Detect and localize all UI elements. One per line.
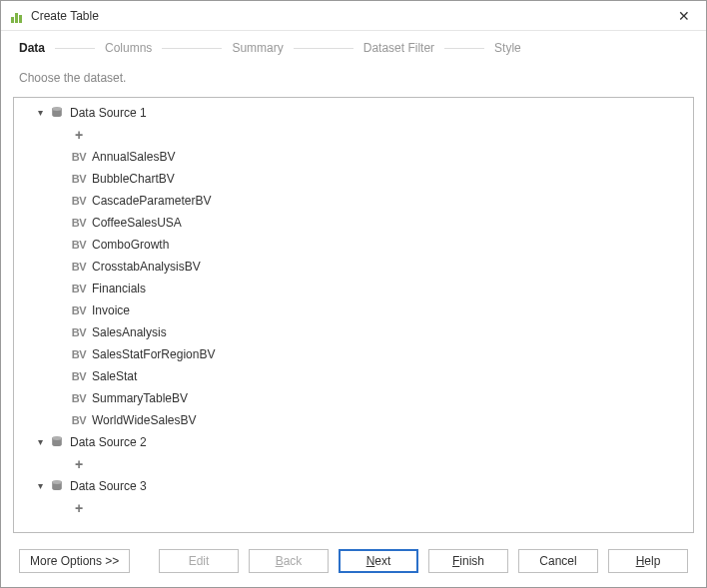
datasource-node[interactable]: Data Source 3 [14,475,693,497]
bv-icon: BV [70,215,88,231]
step-summary[interactable]: Summary [228,41,287,55]
help-button[interactable]: Help [608,549,688,573]
business-view-item[interactable]: BVWorldWideSalesBV [14,409,693,431]
business-view-item[interactable]: BVBubbleChartBV [14,168,693,190]
step-style[interactable]: Style [490,41,525,55]
datasource-label: Data Source 3 [70,479,147,493]
chevron-down-icon[interactable] [34,106,46,118]
app-icon [11,9,25,23]
business-view-item[interactable]: BVComboGrowth [14,234,693,256]
datasource-label: Data Source 1 [70,106,147,120]
business-view-item[interactable]: BVFinancials [14,278,693,299]
business-view-label: Invoice [92,303,130,317]
database-icon [48,105,66,121]
business-view-item[interactable]: BVAnnualSalesBV [14,146,693,168]
business-view-label: CascadeParameterBV [92,194,211,208]
next-button[interactable]: Next [339,549,418,573]
bv-icon: BV [70,171,88,187]
bv-icon: BV [70,281,88,296]
database-icon [48,478,66,494]
dataset-tree[interactable]: Data Source 1+BVAnnualSalesBVBVBubbleCha… [14,98,693,532]
finish-label-rest: inish [459,554,484,568]
step-columns[interactable]: Columns [101,41,156,55]
more-options-button[interactable]: More Options >> [19,549,130,573]
business-view-label: BubbleChartBV [92,172,175,186]
bv-icon: BV [70,324,88,340]
plus-icon: + [70,500,88,516]
new-business-view-item[interactable]: + [14,453,693,475]
bv-icon: BV [70,302,88,318]
bv-icon: BV [70,237,88,253]
business-view-label: ComboGrowth [92,238,169,252]
business-view-label: SummaryTableBV [92,391,188,405]
bv-icon: BV [70,390,88,406]
business-view-label: Financials [92,282,146,295]
title-bar: Create Table ✕ [1,1,706,31]
business-view-label: WorldWideSalesBV [92,413,196,427]
business-view-item[interactable]: BVSalesAnalysis [14,321,693,343]
close-icon[interactable]: ✕ [670,4,698,28]
svg-point-5 [52,480,62,484]
bv-icon: BV [70,368,88,384]
business-view-item[interactable]: BVCrosstabAnalysisBV [14,256,693,278]
business-view-label: AnnualSalesBV [92,150,175,164]
svg-point-3 [52,436,62,440]
datasource-node[interactable]: Data Source 2 [14,431,693,453]
business-view-label: CoffeeSalesUSA [92,216,182,230]
instruction-text: Choose the dataset. [1,65,706,97]
bv-icon: BV [70,259,88,275]
finish-button[interactable]: Finish [428,549,508,573]
button-bar: More Options >> Edit Back Next Finish Ca… [1,533,706,587]
step-data[interactable]: Data [15,41,49,55]
business-view-item[interactable]: BVCascadeParameterBV [14,190,693,212]
business-view-item[interactable]: BVSaleStat [14,365,693,387]
new-business-view-item[interactable]: + [14,497,693,519]
bv-icon: BV [70,149,88,165]
business-view-label: SaleStat [92,369,137,383]
cancel-button[interactable]: Cancel [518,549,598,573]
chevron-down-icon[interactable] [34,479,46,491]
new-business-view-item[interactable]: + [14,124,693,146]
back-label-rest: ack [284,554,303,568]
wizard-steps: Data Columns Summary Dataset Filter Styl… [1,31,706,65]
datasource-node[interactable]: Data Source 1 [14,102,693,124]
help-label-rest: elp [644,554,660,568]
business-view-item[interactable]: BVCoffeeSalesUSA [14,212,693,234]
edit-button[interactable]: Edit [159,549,239,573]
back-button[interactable]: Back [249,549,329,573]
plus-icon: + [70,127,88,143]
business-view-item[interactable]: BVSalesStatForRegionBV [14,343,693,365]
database-icon [48,434,66,450]
step-dataset-filter[interactable]: Dataset Filter [359,41,438,55]
svg-point-1 [52,107,62,111]
business-view-label: CrosstabAnalysisBV [92,260,201,274]
next-label-rest: ext [374,554,390,568]
business-view-item[interactable]: BVSummaryTableBV [14,387,693,409]
bv-icon: BV [70,412,88,428]
bv-icon: BV [70,193,88,209]
business-view-item[interactable]: BVInvoice [14,299,693,321]
bv-icon: BV [70,346,88,362]
window-title: Create Table [31,9,99,23]
plus-icon: + [70,456,88,472]
business-view-label: SalesAnalysis [92,325,167,339]
business-view-label: SalesStatForRegionBV [92,347,215,361]
chevron-down-icon[interactable] [34,435,46,447]
dataset-tree-container: Data Source 1+BVAnnualSalesBVBVBubbleCha… [13,97,694,533]
datasource-label: Data Source 2 [70,435,147,449]
